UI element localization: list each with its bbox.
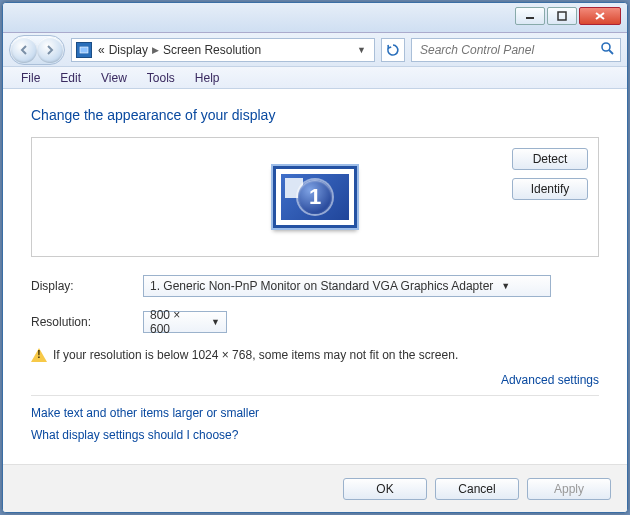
menu-bar: File Edit View Tools Help <box>3 67 627 89</box>
monitor-preview-box: Detect Identify 1 <box>31 137 599 257</box>
back-button[interactable] <box>11 37 37 63</box>
close-icon <box>594 11 606 21</box>
window-controls <box>513 7 621 25</box>
content-area: Change the appearance of your display De… <box>3 89 627 460</box>
page-title: Change the appearance of your display <box>31 107 599 123</box>
breadcrumb-prefix: « <box>98 43 105 57</box>
forward-button[interactable] <box>37 37 63 63</box>
address-dropdown-icon[interactable]: ▼ <box>353 45 370 55</box>
arrow-right-icon <box>45 45 55 55</box>
titlebar <box>3 3 627 33</box>
divider <box>31 395 599 396</box>
menu-view[interactable]: View <box>91 69 137 87</box>
apply-button[interactable]: Apply <box>527 478 611 500</box>
warning-text: If your resolution is below 1024 × 768, … <box>53 348 458 362</box>
nav-row: « Display ▶ Screen Resolution ▼ <box>3 33 627 67</box>
display-dropdown-value: 1. Generic Non-PnP Monitor on Standard V… <box>150 279 493 293</box>
maximize-button[interactable] <box>547 7 577 25</box>
identify-button[interactable]: Identify <box>512 178 588 200</box>
nav-arrows <box>9 35 65 65</box>
breadcrumb-sep-1: ▶ <box>152 45 159 55</box>
resolution-dropdown[interactable]: 800 × 600 ▼ <box>143 311 227 333</box>
help-link[interactable]: What display settings should I choose? <box>31 428 599 442</box>
resolution-dropdown-value: 800 × 600 <box>150 308 203 336</box>
detect-button[interactable]: Detect <box>512 148 588 170</box>
breadcrumb-display[interactable]: Display <box>109 43 148 57</box>
svg-rect-1 <box>558 12 566 20</box>
window-frame: « Display ▶ Screen Resolution ▼ File Edi… <box>2 2 628 513</box>
advanced-settings-link[interactable]: Advanced settings <box>501 373 599 387</box>
footer-buttons: OK Cancel Apply <box>3 464 627 512</box>
svg-rect-4 <box>80 47 88 53</box>
menu-help[interactable]: Help <box>185 69 230 87</box>
warning-icon <box>31 347 47 363</box>
display-dropdown[interactable]: 1. Generic Non-PnP Monitor on Standard V… <box>143 275 551 297</box>
svg-point-5 <box>602 43 610 51</box>
chevron-down-icon: ▼ <box>501 281 510 291</box>
menu-tools[interactable]: Tools <box>137 69 185 87</box>
search-icon[interactable] <box>600 41 614 58</box>
close-button[interactable] <box>579 7 621 25</box>
cancel-button[interactable]: Cancel <box>435 478 519 500</box>
minimize-button[interactable] <box>515 7 545 25</box>
control-panel-icon <box>76 42 92 58</box>
menu-edit[interactable]: Edit <box>50 69 91 87</box>
menu-file[interactable]: File <box>11 69 50 87</box>
refresh-icon <box>386 43 400 57</box>
maximize-icon <box>557 11 567 21</box>
chevron-down-icon: ▼ <box>211 317 220 327</box>
arrow-left-icon <box>19 45 29 55</box>
text-size-link[interactable]: Make text and other items larger or smal… <box>31 406 599 420</box>
ok-button[interactable]: OK <box>343 478 427 500</box>
address-bar[interactable]: « Display ▶ Screen Resolution ▼ <box>71 38 375 62</box>
refresh-button[interactable] <box>381 38 405 62</box>
search-box[interactable] <box>411 38 621 62</box>
minimize-icon <box>525 11 535 21</box>
display-label: Display: <box>31 279 143 293</box>
monitor-number: 1 <box>298 180 332 214</box>
breadcrumb-screen-resolution[interactable]: Screen Resolution <box>163 43 261 57</box>
search-input[interactable] <box>418 42 600 58</box>
monitor-1-icon[interactable]: 1 <box>273 166 357 228</box>
svg-line-6 <box>609 50 613 54</box>
resolution-label: Resolution: <box>31 315 143 329</box>
